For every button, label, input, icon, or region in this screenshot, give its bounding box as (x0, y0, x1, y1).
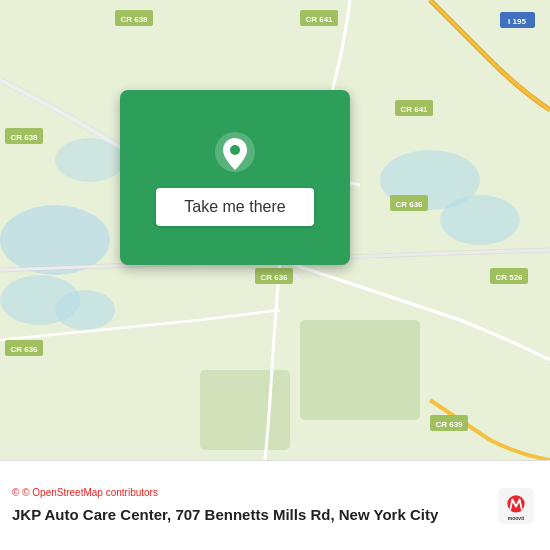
svg-text:CR 639: CR 639 (435, 420, 463, 429)
svg-point-5 (440, 195, 520, 245)
svg-text:CR 638: CR 638 (10, 133, 38, 142)
attribution-label: © OpenStreetMap contributors (22, 487, 158, 498)
svg-text:CR 526: CR 526 (495, 273, 523, 282)
svg-text:CR 641: CR 641 (305, 15, 333, 24)
map-card: Take me there (120, 90, 350, 265)
location-pin-icon (213, 130, 257, 174)
svg-text:moovit: moovit (508, 514, 525, 520)
moovit-logo: moovit (498, 488, 534, 524)
svg-point-32 (230, 145, 240, 155)
svg-text:I 195: I 195 (508, 17, 526, 26)
attribution-text: © © OpenStreetMap contributors (12, 487, 486, 498)
svg-text:CR 641: CR 641 (400, 105, 428, 114)
svg-text:CR 638: CR 638 (120, 15, 148, 24)
take-me-there-button[interactable]: Take me there (156, 188, 313, 226)
moovit-icon: moovit (498, 488, 534, 524)
svg-rect-7 (300, 320, 420, 420)
svg-text:CR 636: CR 636 (260, 273, 288, 282)
map-container: CR 638 CR 641 I 195 CR 638 CR 526 CR 641… (0, 0, 550, 460)
copyright-symbol: © (12, 487, 19, 498)
svg-rect-8 (200, 370, 290, 450)
svg-text:CR 636: CR 636 (10, 345, 38, 354)
svg-point-3 (55, 290, 115, 330)
svg-text:CR 636: CR 636 (395, 200, 423, 209)
info-bar: © © OpenStreetMap contributors JKP Auto … (0, 460, 550, 550)
place-name: JKP Auto Care Center, 707 Bennetts Mills… (12, 504, 486, 525)
info-left: © © OpenStreetMap contributors JKP Auto … (12, 487, 486, 525)
